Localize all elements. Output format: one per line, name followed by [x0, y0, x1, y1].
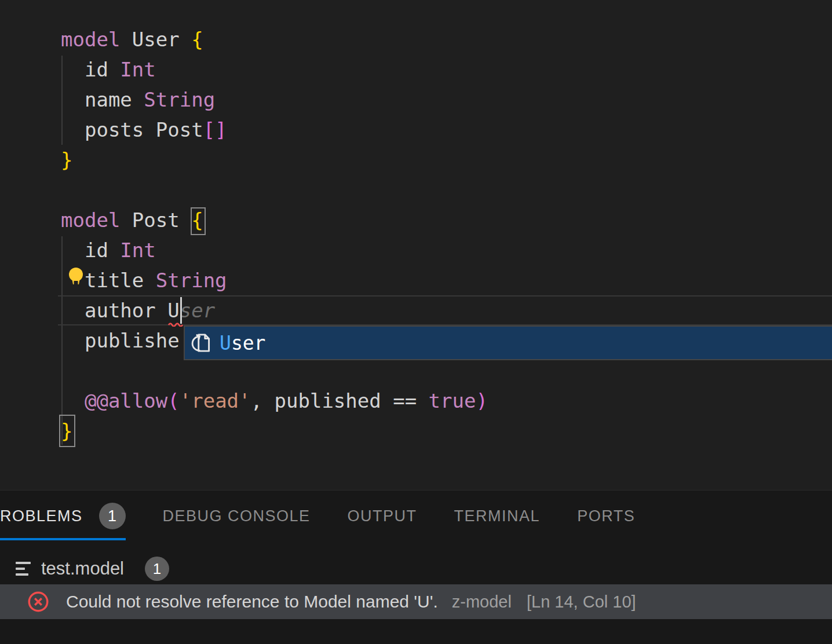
- code-line[interactable]: id Int: [61, 54, 488, 85]
- suggest-item-user[interactable]: User: [185, 327, 832, 359]
- code-line[interactable]: @@allow('read', published == true): [61, 386, 488, 416]
- suggest-rest-text: ser: [231, 332, 266, 354]
- symbol-reference-icon: [189, 331, 214, 355]
- panel-tab-bar: ROBLEMS 1 DEBUG CONSOLE OUTPUT TERMINAL …: [0, 491, 832, 541]
- code-line[interactable]: author User: [61, 295, 488, 325]
- code-line[interactable]: posts Post[]: [61, 115, 488, 145]
- problems-file-row[interactable]: test.model 1: [0, 553, 832, 584]
- problems-file-name: test.model: [41, 558, 124, 579]
- suggest-match-text: U: [220, 332, 231, 354]
- tab-problems[interactable]: ROBLEMS 1: [0, 491, 126, 541]
- bottom-panel: ROBLEMS 1 DEBUG CONSOLE OUTPUT TERMINAL …: [0, 490, 832, 644]
- code-editor[interactable]: model User { id Int name String posts Po…: [0, 0, 832, 490]
- code-line[interactable]: [61, 175, 488, 205]
- code-line[interactable]: title String: [61, 265, 488, 295]
- problem-row[interactable]: Could not resolve reference to Model nam…: [0, 584, 832, 619]
- problem-location: [Ln 14, Col 10]: [527, 592, 636, 612]
- error-squiggle-icon: [168, 321, 183, 327]
- tab-terminal[interactable]: TERMINAL: [454, 491, 541, 541]
- code-lines: model User { id Int name String posts Po…: [61, 24, 488, 446]
- tab-debug-console-label: DEBUG CONSOLE: [163, 507, 311, 525]
- problem-source: z-model: [452, 592, 512, 612]
- tab-debug-console[interactable]: DEBUG CONSOLE: [163, 491, 311, 541]
- error-circle-icon: [27, 590, 50, 613]
- tab-output-label: OUTPUT: [348, 507, 417, 525]
- code-line[interactable]: }: [61, 145, 488, 175]
- problems-count-badge: 1: [99, 503, 126, 529]
- code-line[interactable]: name String: [61, 85, 488, 115]
- code-line[interactable]: id Int: [61, 235, 488, 265]
- active-tab-indicator: [0, 538, 126, 540]
- file-problems-count-badge: 1: [145, 557, 169, 581]
- bracket-match-highlight: [59, 415, 75, 447]
- vscode-window: model User { id Int name String posts Po…: [0, 0, 832, 644]
- tab-ports-label: PORTS: [577, 507, 635, 525]
- bracket-match-highlight: [191, 207, 206, 235]
- tab-ports[interactable]: PORTS: [577, 491, 635, 541]
- tab-terminal-label: TERMINAL: [454, 507, 541, 525]
- suggest-item-label: User: [220, 332, 265, 354]
- text-cursor: [180, 297, 182, 324]
- tab-problems-label: ROBLEMS: [0, 507, 83, 525]
- problem-message: Could not resolve reference to Model nam…: [66, 592, 438, 612]
- lightbulb-icon[interactable]: [65, 266, 86, 287]
- suggest-widget: User: [184, 325, 832, 360]
- code-line[interactable]: }: [61, 416, 488, 446]
- code-line[interactable]: model User {: [61, 24, 488, 54]
- text-file-icon: [16, 562, 31, 576]
- tab-output[interactable]: OUTPUT: [348, 491, 417, 541]
- code-line[interactable]: model Post {: [61, 205, 488, 235]
